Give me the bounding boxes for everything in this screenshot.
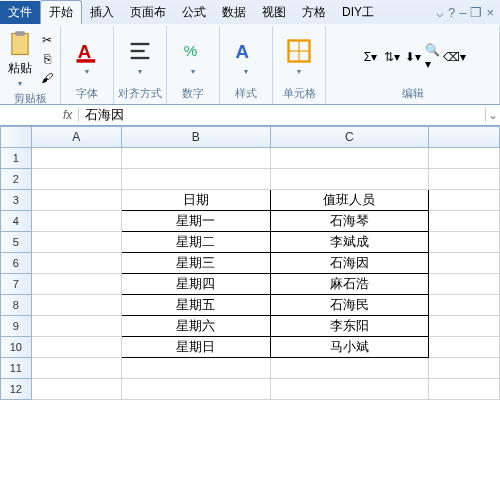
tab-fangge[interactable]: 方格: [294, 1, 334, 24]
table-cell[interactable]: 星期六: [121, 316, 270, 337]
tab-data[interactable]: 数据: [214, 1, 254, 24]
cell[interactable]: [429, 232, 500, 253]
ribbon-groups: 粘贴 ▾ ✂ ⎘ 🖌 剪贴板 A ▾ 字体: [0, 24, 500, 104]
row-header[interactable]: 6: [1, 253, 32, 274]
fx-icon[interactable]: fx: [57, 108, 79, 122]
table-cell[interactable]: 石海民: [270, 295, 428, 316]
table-cell[interactable]: 星期五: [121, 295, 270, 316]
cell[interactable]: [31, 358, 121, 379]
cell[interactable]: [429, 211, 500, 232]
row-header[interactable]: 2: [1, 169, 32, 190]
svg-text:A: A: [236, 41, 249, 62]
row-header[interactable]: 7: [1, 274, 32, 295]
row-header[interactable]: 12: [1, 379, 32, 400]
cell[interactable]: [270, 169, 428, 190]
cell[interactable]: [31, 253, 121, 274]
fill-button[interactable]: ⬇▾: [404, 48, 422, 66]
minimize-icon[interactable]: –: [459, 5, 466, 20]
cell[interactable]: [429, 295, 500, 316]
tab-formula[interactable]: 公式: [174, 1, 214, 24]
row-header[interactable]: 10: [1, 337, 32, 358]
cell[interactable]: [121, 148, 270, 169]
sort-button[interactable]: ⇅▾: [383, 48, 401, 66]
restore-icon[interactable]: ❐: [470, 5, 482, 20]
paste-button[interactable]: 粘贴 ▾: [4, 28, 36, 90]
cell[interactable]: [121, 169, 270, 190]
cell[interactable]: [31, 295, 121, 316]
font-button[interactable]: A ▾: [71, 35, 103, 78]
row-header[interactable]: 11: [1, 358, 32, 379]
table-cell[interactable]: 星期三: [121, 253, 270, 274]
table-cell[interactable]: 石海琴: [270, 211, 428, 232]
cell[interactable]: [429, 274, 500, 295]
cell[interactable]: [31, 316, 121, 337]
styles-button[interactable]: A ▾: [230, 35, 262, 78]
tab-layout[interactable]: 页面布: [122, 1, 174, 24]
tab-file[interactable]: 文件: [0, 1, 40, 24]
cell[interactable]: [31, 169, 121, 190]
cell[interactable]: [31, 190, 121, 211]
group-editing: Σ▾ ⇅▾ ⬇▾ 🔍▾ ⌫▾ 编辑: [326, 26, 500, 104]
clear-button[interactable]: ⌫▾: [446, 48, 464, 66]
cell[interactable]: [31, 211, 121, 232]
row-header[interactable]: 1: [1, 148, 32, 169]
cell[interactable]: [270, 148, 428, 169]
table-cell[interactable]: 星期二: [121, 232, 270, 253]
cell[interactable]: [31, 148, 121, 169]
cell[interactable]: [121, 379, 270, 400]
table-cell[interactable]: 马小斌: [270, 337, 428, 358]
cells-button[interactable]: ▾: [283, 35, 315, 78]
cell[interactable]: [121, 358, 270, 379]
table-cell[interactable]: 星期四: [121, 274, 270, 295]
svg-rect-1: [15, 31, 24, 36]
cell[interactable]: [429, 169, 500, 190]
table-cell[interactable]: 李东阳: [270, 316, 428, 337]
cell[interactable]: [429, 316, 500, 337]
cell[interactable]: [429, 337, 500, 358]
row-header[interactable]: 3: [1, 190, 32, 211]
cut-button[interactable]: ✂: [38, 31, 56, 49]
table-cell[interactable]: 李斌成: [270, 232, 428, 253]
autosum-button[interactable]: Σ▾: [362, 48, 380, 66]
format-painter-button[interactable]: 🖌: [38, 69, 56, 87]
col-header[interactable]: A: [31, 127, 121, 148]
ribbon-minimize-icon[interactable]: ⌵: [436, 5, 444, 20]
row-header[interactable]: 9: [1, 316, 32, 337]
tab-view[interactable]: 视图: [254, 1, 294, 24]
row-header[interactable]: 4: [1, 211, 32, 232]
col-header[interactable]: B: [121, 127, 270, 148]
cell[interactable]: [429, 148, 500, 169]
table-header-staff[interactable]: 值班人员: [270, 190, 428, 211]
cell[interactable]: [270, 379, 428, 400]
table-cell[interactable]: 星期日: [121, 337, 270, 358]
col-header[interactable]: [429, 127, 500, 148]
tab-diy[interactable]: DIY工: [334, 1, 382, 24]
table-cell[interactable]: 石海因: [270, 253, 428, 274]
align-button[interactable]: ▾: [124, 35, 156, 78]
tab-home[interactable]: 开始: [40, 0, 82, 24]
number-button[interactable]: % ▾: [177, 35, 209, 78]
table-cell[interactable]: 星期一: [121, 211, 270, 232]
cell[interactable]: [31, 379, 121, 400]
formula-input[interactable]: 石海因: [79, 106, 485, 124]
row-header[interactable]: 8: [1, 295, 32, 316]
cell[interactable]: [429, 190, 500, 211]
cell[interactable]: [429, 379, 500, 400]
tab-insert[interactable]: 插入: [82, 1, 122, 24]
cell[interactable]: [31, 337, 121, 358]
close-icon[interactable]: ×: [486, 5, 494, 20]
cell[interactable]: [31, 274, 121, 295]
col-header[interactable]: C: [270, 127, 428, 148]
find-button[interactable]: 🔍▾: [425, 48, 443, 66]
cell[interactable]: [31, 232, 121, 253]
table-cell[interactable]: 麻石浩: [270, 274, 428, 295]
row-header[interactable]: 5: [1, 232, 32, 253]
cell[interactable]: [270, 358, 428, 379]
help-icon[interactable]: ?: [448, 5, 455, 20]
copy-button[interactable]: ⎘: [38, 50, 56, 68]
table-header-date[interactable]: 日期: [121, 190, 270, 211]
cell[interactable]: [429, 253, 500, 274]
formula-expand-button[interactable]: ⌄: [485, 108, 500, 122]
cell[interactable]: [429, 358, 500, 379]
select-all-cell[interactable]: [1, 127, 32, 148]
